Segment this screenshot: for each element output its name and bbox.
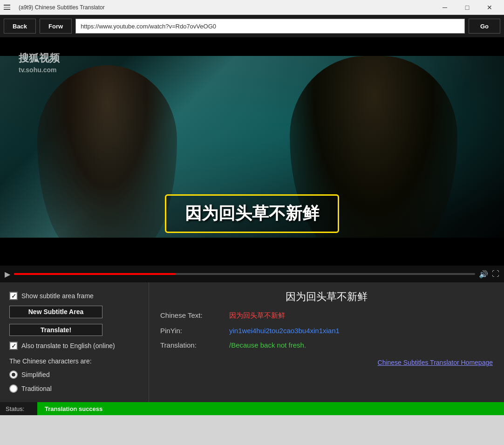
forward-button[interactable]: Forw <box>40 19 72 34</box>
simplified-label: Simplified <box>21 371 50 378</box>
minimize-button[interactable]: ─ <box>434 2 456 13</box>
pinyin-label: PinYin: <box>160 327 225 335</box>
video-area: 搜狐视频 tv.sohu.com 因为回头草不新鲜 <box>0 37 504 266</box>
charset-label: The Chinese characters are: <box>9 357 139 365</box>
watermark-url: tv.sohu.com <box>19 66 60 75</box>
simplified-radio-row: Simplified <box>9 370 139 379</box>
navbar: Back Forw Go <box>0 15 504 37</box>
app-title: (a9t9) Chinese Subtitles Translator <box>19 4 434 11</box>
simplified-radio[interactable] <box>9 370 18 379</box>
also-translate-row: Also translate to English (online) <box>9 342 139 350</box>
go-button[interactable]: Go <box>469 19 500 34</box>
menu-icon[interactable] <box>4 2 15 13</box>
homepage-link[interactable]: Chinese Subtitles Translator Homepage <box>378 359 493 366</box>
fullscreen-button[interactable]: ⛶ <box>492 270 499 278</box>
traditional-label: Traditional <box>21 385 52 392</box>
back-button[interactable]: Back <box>4 19 36 34</box>
subtitle-overlay: 因为回头草不新鲜 <box>165 194 339 233</box>
show-subtitle-frame-row: Show subtitle area frame <box>9 292 139 300</box>
status-value: Translation success <box>37 402 504 415</box>
restore-button[interactable]: □ <box>456 2 478 13</box>
status-label: Status: <box>0 405 37 412</box>
figure-left <box>37 65 177 252</box>
also-translate-label: Also translate to English (online) <box>21 342 115 349</box>
watermark-brand: 搜狐视频 <box>19 51 60 66</box>
new-subtitle-area-button[interactable]: New Subtitle Area <box>9 306 102 318</box>
titlebar: (a9t9) Chinese Subtitles Translator ─ □ … <box>0 0 504 15</box>
video-controls-bar: ▶ 🔊 ⛶ <box>0 266 504 282</box>
show-subtitle-frame-label: Show subtitle area frame <box>21 292 94 300</box>
top-letterbox <box>0 37 504 56</box>
chinese-text-value: 因为回头草不新鲜 <box>229 311 493 320</box>
progress-bar[interactable] <box>14 273 475 275</box>
translate-button[interactable]: Translate! <box>9 324 102 336</box>
chinese-text-label: Chinese Text: <box>160 311 225 319</box>
left-controls-panel: Show subtitle area frame New Subtitle Ar… <box>0 282 149 402</box>
translation-value: /Because back not fresh. <box>229 341 493 349</box>
status-bar: Status: Translation success <box>0 402 504 415</box>
traditional-radio[interactable] <box>9 384 18 393</box>
right-info-panel: 因为回头草不新鲜 Chinese Text: 因为回头草不新鲜 PinYin: … <box>149 282 504 402</box>
pinyin-value: yin1wei4hui2tou2cao3bu4xin1xian1 <box>229 327 493 335</box>
also-translate-checkbox[interactable] <box>9 342 18 350</box>
bottom-letterbox <box>0 238 504 266</box>
play-button[interactable]: ▶ <box>5 270 10 279</box>
volume-button[interactable]: 🔊 <box>479 270 488 279</box>
traditional-radio-row: Traditional <box>9 384 139 393</box>
info-grid: Chinese Text: 因为回头草不新鲜 PinYin: yin1wei4h… <box>160 311 493 349</box>
bottom-panel: Show subtitle area frame New Subtitle Ar… <box>0 282 504 402</box>
url-input[interactable] <box>75 19 465 34</box>
window-controls: ─ □ ✕ <box>434 2 500 13</box>
translation-label: Translation: <box>160 341 225 349</box>
progress-fill <box>14 273 176 275</box>
show-subtitle-frame-checkbox[interactable] <box>9 292 18 300</box>
result-title: 因为回头草不新鲜 <box>160 290 493 304</box>
video-watermark: 搜狐视频 tv.sohu.com <box>19 51 60 75</box>
close-button[interactable]: ✕ <box>479 2 500 13</box>
